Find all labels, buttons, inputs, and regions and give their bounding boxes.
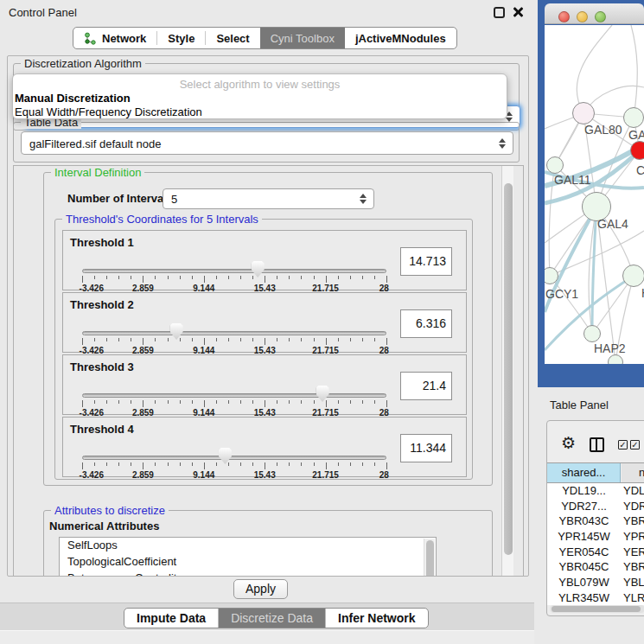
- network-node[interactable]: [623, 107, 644, 128]
- columns-icon[interactable]: [590, 437, 604, 452]
- table-row[interactable]: YBR045CYBR0: [547, 559, 644, 575]
- threshold-value-field[interactable]: 6.316: [400, 309, 452, 338]
- network-node[interactable]: [546, 156, 564, 174]
- tab-impute-data[interactable]: Impute Data: [124, 609, 219, 628]
- dropdown-option-manual-discretization[interactable]: Manual Discretization: [15, 92, 131, 105]
- table-row[interactable]: YPR145WYPR1: [547, 529, 644, 545]
- tab-label: Network: [102, 32, 146, 45]
- minimize-window-icon[interactable]: [577, 11, 588, 22]
- attribute-item[interactable]: BetweennessCentrality: [60, 571, 436, 577]
- slider-scale: -3.4262.8599.14415.4321.71528: [63, 282, 466, 292]
- threshold-2-panel: Threshold 2 -3.4262.8599.14415.4321.7152…: [62, 292, 467, 353]
- slider-track[interactable]: [82, 456, 386, 460]
- threshold-coordinates-group: Threshold's Coordinates for 5 Intervals …: [54, 219, 473, 480]
- column-header-name[interactable]: name: [622, 463, 644, 482]
- threshold-label: Threshold 2: [70, 298, 134, 311]
- group-title: Discretization Algorithm: [21, 57, 145, 70]
- control-panel-titlebar: Control Panel: [0, 0, 534, 24]
- close-window-icon[interactable]: [558, 11, 570, 22]
- combo-value: galFiltered.sif default node: [29, 137, 161, 150]
- table-row[interactable]: YER054CYER0: [547, 545, 644, 560]
- table-data-group: Table Data galFiltered.sif default node: [13, 122, 520, 163]
- cyni-bottom-tabbar: Impute Data Discretize Data Infer Networ…: [124, 608, 429, 628]
- tab-network[interactable]: Network: [73, 28, 156, 48]
- network-window: GAL80GALCGAL11GAL4GCY1HHAP2: [538, 0, 644, 387]
- network-node[interactable]: [583, 325, 601, 342]
- tab-select[interactable]: Select: [206, 28, 259, 48]
- checkbox-icon[interactable]: ✓: [618, 440, 628, 450]
- network-node-label: C: [636, 163, 644, 177]
- settings-vertical-scrollbar[interactable]: [501, 166, 513, 576]
- group-title: Threshold's Coordinates for 5 Intervals: [62, 213, 262, 226]
- group-title: Attributes to discretize: [51, 504, 169, 517]
- tab-infer-network[interactable]: Infer Network: [326, 609, 427, 628]
- network-node-label: GAL4: [597, 217, 628, 231]
- network-icon: [84, 32, 97, 45]
- table-row[interactable]: YDR27...YDR2: [547, 499, 644, 514]
- tab-cyni-toolbox[interactable]: Cyni Toolbox: [260, 28, 345, 48]
- numerical-attributes-list: SelfLoopsTopologicalCoefficientBetweenne…: [59, 537, 437, 577]
- apply-button[interactable]: Apply: [233, 579, 288, 599]
- panel-title: Control Panel: [9, 6, 77, 19]
- group-title: Interval Definition: [51, 166, 144, 179]
- slider-scale: -3.4262.8599.14415.4321.71528: [63, 344, 466, 354]
- network-window-titlebar[interactable]: [545, 3, 644, 24]
- dropdown-option-equal-width-frequency[interactable]: Equal Width/Frequency Discretization: [15, 105, 202, 118]
- table-data-combobox[interactable]: galFiltered.sif default node: [21, 131, 513, 155]
- table-row[interactable]: YBL079WYBL0: [547, 575, 644, 590]
- table-panel-title: Table Panel: [550, 399, 609, 411]
- close-panel-icon[interactable]: [512, 6, 524, 18]
- interval-definition-group: Interval Definition Number of Intervals …: [43, 172, 493, 486]
- settings-scroll-panel: Interval Definition Number of Intervals …: [13, 165, 524, 577]
- network-node[interactable]: [572, 102, 595, 124]
- network-node[interactable]: [622, 265, 644, 287]
- table-panel: ⚙ ✓ ✓ shared... name YDL19...YDL1YDR27..…: [546, 420, 644, 616]
- table-row[interactable]: YDL19...YDL1: [547, 483, 644, 499]
- tab-discretize-data[interactable]: Discretize Data: [219, 609, 326, 628]
- bottom-edge-strip: [0, 630, 534, 644]
- threshold-value-field[interactable]: 14.713: [400, 247, 452, 276]
- threshold-label: Threshold 3: [70, 360, 134, 373]
- attribute-item[interactable]: SelfLoops: [60, 538, 436, 554]
- table-horizontal-scrollbar[interactable]: [550, 605, 644, 613]
- gear-icon[interactable]: ⚙: [561, 435, 576, 451]
- slider-track[interactable]: [82, 269, 386, 273]
- slider-track[interactable]: [82, 331, 386, 335]
- column-header-shared-name[interactable]: shared...: [547, 463, 621, 482]
- control-panel: Control Panel Network Style Select Cyni …: [0, 0, 534, 644]
- cyni-content-box: Discretization Algorithm Select algorith…: [7, 55, 529, 577]
- tab-style[interactable]: Style: [157, 28, 205, 48]
- combo-arrows-icon: [499, 138, 506, 149]
- numerical-attributes-label: Numerical Attributes: [49, 520, 159, 532]
- combo-value: 5: [171, 193, 177, 206]
- threshold-3-panel: Threshold 3 -3.4262.8599.14415.4321.7152…: [62, 354, 467, 415]
- threshold-4-panel: Threshold 4 -3.4262.8599.14415.4321.7152…: [62, 417, 467, 477]
- network-node[interactable]: [608, 354, 623, 364]
- algorithm-dropdown-popup: Select algorithm to view settings Manual…: [12, 73, 507, 119]
- table-rows: YDL19...YDL1YDR27...YDR2YBR043CYBR0YPR14…: [547, 483, 644, 605]
- float-panel-icon[interactable]: [494, 7, 505, 18]
- slider-track[interactable]: [82, 393, 386, 398]
- control-panel-tabbar: Network Style Select Cyni Toolbox jActiv…: [73, 27, 457, 49]
- network-node-label: GCY1: [545, 287, 578, 301]
- tab-jactivemnodules[interactable]: jActiveMNodules: [345, 28, 456, 48]
- checkbox-icon[interactable]: ✓: [630, 440, 640, 450]
- network-node[interactable]: [630, 141, 644, 160]
- network-canvas[interactable]: GAL80GALCGAL11GAL4GCY1HHAP2: [545, 25, 644, 364]
- threshold-value-field[interactable]: 11.344: [400, 434, 452, 462]
- table-header: shared... name: [547, 462, 644, 483]
- network-node-label: HAP2: [594, 341, 626, 355]
- attribute-item[interactable]: TopologicalCoefficient: [60, 554, 436, 571]
- network-node-label: GAL11: [554, 173, 591, 187]
- attributes-list-scrollbar[interactable]: [424, 539, 435, 577]
- combo-arrows-icon: [360, 194, 367, 204]
- table-row[interactable]: YBR043CYBR0: [547, 513, 644, 529]
- table-row[interactable]: YLR345WYLR3: [547, 590, 644, 605]
- threshold-value-field[interactable]: 21.4: [400, 372, 452, 400]
- number-of-intervals-combobox[interactable]: 5: [163, 188, 374, 209]
- attributes-to-discretize-group: Attributes to discretize Numerical Attri…: [43, 510, 493, 577]
- slider-scale: -3.4262.8599.14415.4321.71528: [63, 469, 466, 479]
- zoom-window-icon[interactable]: [595, 11, 606, 22]
- threshold-label: Threshold 4: [70, 423, 134, 436]
- scrollbar-thumb[interactable]: [504, 183, 513, 555]
